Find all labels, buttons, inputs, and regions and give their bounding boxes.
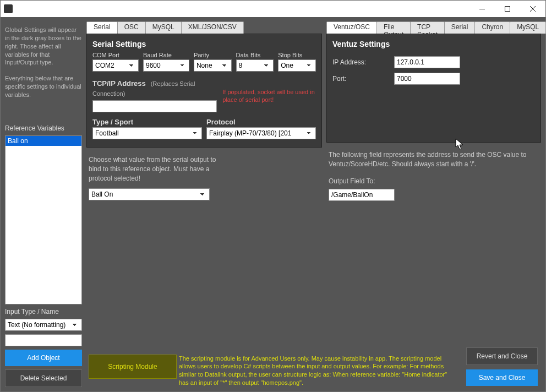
output-field-help: The following field represents the addre… xyxy=(329,150,539,169)
list-item[interactable]: Ball on xyxy=(6,136,81,146)
tcp-heading: TCP/IP Address xyxy=(92,79,146,88)
input-tabs: Serial OSC MySQL XML/JSON/CSV xyxy=(86,21,322,34)
output-field-input[interactable] xyxy=(329,189,395,201)
serial-heading: Serial Settings xyxy=(92,40,316,48)
baud-label: Baud Rate xyxy=(143,52,189,58)
bind-help-text: Choose what value from the serial output… xyxy=(89,155,221,183)
databits-select[interactable]: 8 xyxy=(236,59,274,72)
type-sport-label: Type / Sport xyxy=(92,118,202,126)
protocol-label: Protocol xyxy=(206,118,316,126)
protocol-select[interactable]: Fairplay (MP-70/73/80) [201 xyxy=(206,127,316,139)
com-port-label: COM Port xyxy=(92,52,139,58)
databits-label: Data Bits xyxy=(236,52,274,58)
tab-tcp-socket[interactable]: TCP Socket xyxy=(410,21,445,34)
tab-mysql[interactable]: MySQL xyxy=(145,21,182,34)
tab-mysql-out[interactable]: MySQL xyxy=(510,21,546,34)
new-object-name-input[interactable] xyxy=(5,334,82,346)
global-help-text-1: Global Settings will appear in the dark … xyxy=(5,21,82,67)
input-type-label: Input Type / Name xyxy=(5,308,82,315)
add-object-button[interactable]: Add Object xyxy=(5,350,82,366)
output-panel: Ventuz/OSC File Output TCP Socket Serial… xyxy=(326,21,541,387)
tab-serial-out[interactable]: Serial xyxy=(444,21,476,34)
output-field-label: Output Field To: xyxy=(329,177,539,186)
app-window: Global Settings will appear in the dark … xyxy=(0,0,546,392)
tcp-warning: If populated, socket will be used in pla… xyxy=(222,78,316,104)
port-input[interactable] xyxy=(394,73,460,85)
port-label: Port: xyxy=(332,75,387,83)
tab-serial[interactable]: Serial xyxy=(86,21,118,34)
baud-select[interactable]: 9600 xyxy=(143,59,189,72)
maximize-button[interactable] xyxy=(495,1,520,17)
type-sport-select[interactable]: Football xyxy=(92,127,202,139)
close-button[interactable] xyxy=(520,1,545,17)
parity-label: Parity xyxy=(194,52,232,58)
parity-select[interactable]: None xyxy=(194,59,232,72)
tcp-address-input[interactable] xyxy=(92,100,217,112)
output-tabs: Ventuz/OSC File Output TCP Socket Serial… xyxy=(326,21,541,34)
serial-settings-box: Serial Settings COM PortCOM2 Baud Rate96… xyxy=(86,34,322,148)
delete-selected-button[interactable]: Delete Selected xyxy=(5,369,82,387)
save-close-button[interactable]: Save and Close xyxy=(466,369,538,386)
stopbits-label: Stop Bits xyxy=(278,52,316,58)
tab-file-output[interactable]: File Output xyxy=(376,21,411,34)
ip-input[interactable] xyxy=(394,56,460,68)
input-type-select[interactable]: Text (No formatting) xyxy=(5,319,82,331)
input-panel: Serial OSC MySQL XML/JSON/CSV Serial Set… xyxy=(86,21,322,387)
scripting-module-button[interactable]: Scripting Module xyxy=(89,355,177,379)
scripting-help-text: The scripting module is for Advanced Use… xyxy=(179,355,449,387)
titlebar xyxy=(1,1,545,17)
com-port-select[interactable]: COM2 xyxy=(92,59,139,72)
ventuz-heading: Ventuz Settings xyxy=(332,40,535,48)
revert-close-button[interactable]: Revert and Close xyxy=(466,347,538,365)
global-help-text-2: Everything below that are specific setti… xyxy=(5,70,82,99)
ip-label: IP Address: xyxy=(332,58,387,66)
tab-chyron[interactable]: Chyron xyxy=(474,21,510,34)
tab-ventuz-osc[interactable]: Ventuz/OSC xyxy=(326,21,377,34)
left-sidebar: Global Settings will appear in the dark … xyxy=(5,21,82,387)
app-icon xyxy=(4,4,13,13)
svg-rect-1 xyxy=(505,7,510,12)
ventuz-settings-box: Ventuz Settings IP Address: Port: xyxy=(326,34,541,143)
reference-variables-label: Reference Variables xyxy=(5,124,82,132)
minimize-button[interactable] xyxy=(469,1,495,17)
serial-bind-select[interactable]: Ball On xyxy=(89,188,210,200)
tab-osc[interactable]: OSC xyxy=(117,21,146,34)
tab-xml-json-csv[interactable]: XML/JSON/CSV xyxy=(181,21,244,34)
reference-variables-list[interactable]: Ball on xyxy=(5,135,82,304)
stopbits-select[interactable]: One xyxy=(278,59,316,72)
svg-rect-0 xyxy=(479,9,485,9)
